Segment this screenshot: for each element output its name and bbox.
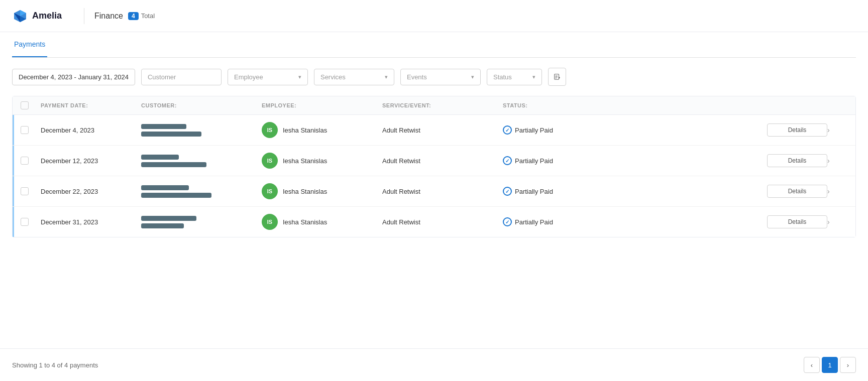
avatar: IS bbox=[262, 122, 278, 138]
total-label: Total bbox=[141, 12, 155, 20]
showing-text: Showing 1 to 4 of 4 payments bbox=[12, 361, 98, 369]
row-indicator bbox=[13, 115, 14, 145]
employee-name: Iesha Stanislas bbox=[283, 126, 327, 134]
payment-date-cell: December 4, 2023 bbox=[41, 126, 141, 134]
row-checkbox[interactable] bbox=[21, 187, 29, 195]
status-chevron-icon: ▾ bbox=[532, 74, 535, 80]
customer-bar-1 bbox=[141, 216, 196, 221]
status-text: Partially Paid bbox=[515, 126, 553, 134]
employee-cell: IS Iesha Stanislas bbox=[262, 153, 382, 169]
customer-bar-2 bbox=[141, 223, 184, 228]
row-checkbox[interactable] bbox=[21, 157, 29, 165]
status-icon bbox=[503, 217, 512, 226]
select-all-checkbox[interactable] bbox=[21, 101, 29, 109]
total-count: 4 bbox=[128, 12, 139, 20]
row-checkbox[interactable] bbox=[21, 126, 29, 134]
row-checkbox[interactable] bbox=[21, 218, 29, 226]
status-text: Partially Paid bbox=[515, 188, 553, 195]
table-header: PAYMENT DATE: CUSTOMER: EMPLOYEE: SERVIC… bbox=[13, 96, 855, 115]
status-cell: Partially Paid bbox=[503, 217, 767, 226]
employee-cell: IS Iesha Stanislas bbox=[262, 214, 382, 230]
details-button[interactable]: Details bbox=[767, 123, 827, 137]
service-cell: Adult Retwist bbox=[382, 157, 503, 165]
details-button[interactable]: Details bbox=[767, 154, 827, 167]
service-cell: Adult Retwist bbox=[382, 126, 503, 134]
row-checkbox-cell bbox=[21, 187, 41, 195]
finance-section: Finance 4 Total bbox=[94, 12, 155, 21]
app-container: Amelia Finance 4 Total Payments December… bbox=[0, 0, 868, 381]
next-page-button[interactable]: › bbox=[840, 357, 856, 373]
logo-area: Amelia bbox=[12, 8, 62, 24]
row-checkbox-cell bbox=[21, 157, 41, 165]
status-cell: Partially Paid bbox=[503, 125, 767, 135]
customer-bar-1 bbox=[141, 185, 189, 190]
col-header-service: SERVICE/EVENT: bbox=[382, 102, 503, 108]
tabs: Payments bbox=[12, 32, 856, 58]
status-filter[interactable]: Status ▾ bbox=[487, 69, 542, 85]
events-chevron-icon: ▾ bbox=[471, 74, 474, 80]
header-divider bbox=[84, 8, 84, 24]
status-text: Partially Paid bbox=[515, 218, 553, 226]
status-cell: Partially Paid bbox=[503, 187, 767, 196]
row-indicator bbox=[13, 207, 14, 237]
customer-cell bbox=[141, 155, 262, 167]
customer-bar-1 bbox=[141, 155, 179, 160]
col-header-employee: EMPLOYEE: bbox=[262, 102, 382, 108]
finance-title: Finance bbox=[94, 12, 123, 21]
employee-cell: IS Iesha Stanislas bbox=[262, 122, 382, 138]
table-row: December 22, 2023 IS Iesha Stanislas Adu… bbox=[13, 176, 855, 207]
customer-bar-2 bbox=[141, 193, 211, 198]
prev-page-button[interactable]: ‹ bbox=[804, 357, 820, 373]
payments-table: PAYMENT DATE: CUSTOMER: EMPLOYEE: SERVIC… bbox=[12, 96, 856, 237]
avatar: IS bbox=[262, 214, 278, 230]
row-checkbox-cell bbox=[21, 126, 41, 134]
customer-cell bbox=[141, 216, 262, 228]
employee-name: Iesha Stanislas bbox=[283, 157, 327, 165]
row-expand-icon[interactable]: › bbox=[827, 187, 847, 195]
employee-filter[interactable]: Employee ▾ bbox=[228, 69, 308, 85]
customer-bar-1 bbox=[141, 124, 186, 129]
app-name: Amelia bbox=[32, 11, 62, 21]
col-header-date: PAYMENT DATE: bbox=[41, 102, 141, 108]
events-filter[interactable]: Events ▾ bbox=[400, 69, 481, 85]
service-cell: Adult Retwist bbox=[382, 188, 503, 195]
payment-date-cell: December 31, 2023 bbox=[41, 218, 141, 226]
table-rows-container: December 4, 2023 IS Iesha Stanislas Adul… bbox=[13, 115, 855, 237]
header-checkbox-cell bbox=[21, 101, 41, 109]
details-button[interactable]: Details bbox=[767, 185, 827, 198]
services-filter[interactable]: Services ▾ bbox=[314, 69, 394, 85]
service-cell: Adult Retwist bbox=[382, 218, 503, 226]
status-text: Partially Paid bbox=[515, 157, 553, 165]
employee-chevron-icon: ▾ bbox=[298, 74, 301, 80]
table-row: December 31, 2023 IS Iesha Stanislas Adu… bbox=[13, 207, 855, 237]
table-row: December 12, 2023 IS Iesha Stanislas Adu… bbox=[13, 146, 855, 176]
row-indicator bbox=[13, 176, 14, 206]
services-chevron-icon: ▾ bbox=[385, 74, 388, 80]
tab-payments[interactable]: Payments bbox=[12, 32, 47, 57]
avatar: IS bbox=[262, 153, 278, 169]
status-icon bbox=[503, 125, 512, 135]
col-header-status: STATUS: bbox=[503, 102, 767, 108]
row-expand-icon[interactable]: › bbox=[827, 157, 847, 165]
pagination: ‹ 1 › bbox=[804, 357, 856, 373]
customer-cell bbox=[141, 185, 262, 198]
row-indicator bbox=[13, 146, 14, 176]
payment-date-cell: December 22, 2023 bbox=[41, 188, 141, 195]
status-cell: Partially Paid bbox=[503, 156, 767, 165]
date-range-filter[interactable]: December 4, 2023 - January 31, 2024 bbox=[12, 69, 135, 85]
export-button[interactable] bbox=[548, 68, 566, 86]
status-icon bbox=[503, 156, 512, 165]
main-content: Payments December 4, 2023 - January 31, … bbox=[0, 32, 868, 348]
customer-cell bbox=[141, 124, 262, 137]
row-expand-icon[interactable]: › bbox=[827, 218, 847, 226]
header: Amelia Finance 4 Total bbox=[0, 0, 868, 32]
col-header-customer: CUSTOMER: bbox=[141, 102, 262, 108]
details-button[interactable]: Details bbox=[767, 215, 827, 228]
total-badge: 4 Total bbox=[128, 12, 155, 20]
customer-filter[interactable]: Customer bbox=[141, 69, 222, 85]
employee-name: Iesha Stanislas bbox=[283, 188, 327, 195]
payment-date-cell: December 12, 2023 bbox=[41, 157, 141, 165]
page-1-button[interactable]: 1 bbox=[822, 357, 838, 373]
row-expand-icon[interactable]: › bbox=[827, 126, 847, 134]
export-icon bbox=[554, 73, 561, 81]
